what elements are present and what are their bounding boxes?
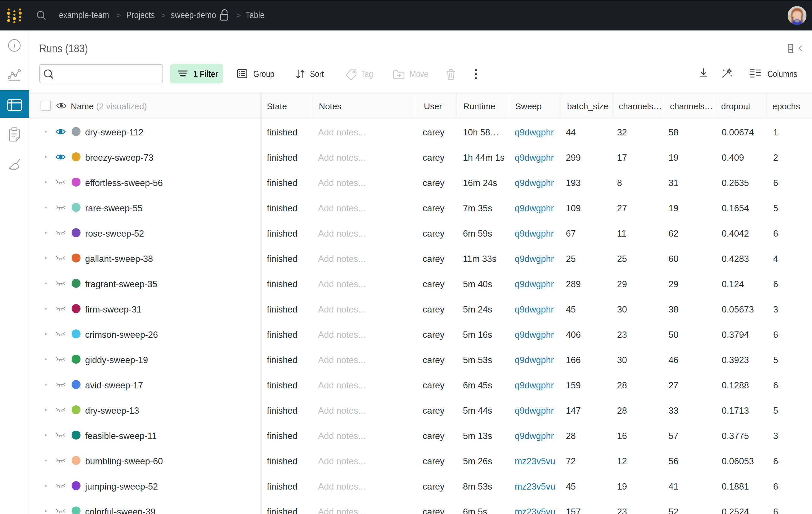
svg-text:i: i — [13, 40, 16, 50]
